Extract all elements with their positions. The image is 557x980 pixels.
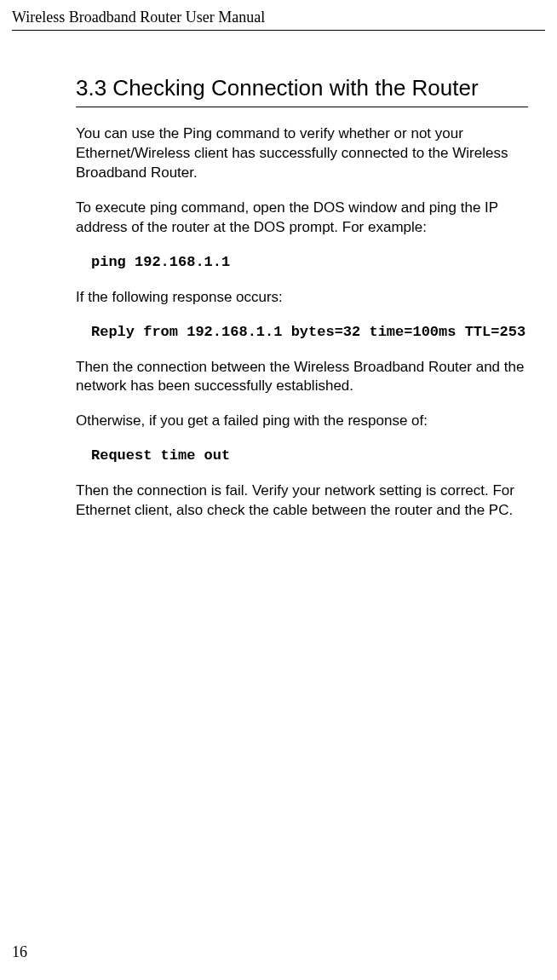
paragraph: Otherwise, if you get a failed ping with… — [76, 412, 528, 431]
paragraph: To execute ping command, open the DOS wi… — [76, 199, 528, 238]
page-content: 3.3 Checking Connection with the Router … — [12, 75, 545, 521]
paragraph: Then the connection is fail. Verify your… — [76, 481, 528, 521]
document-page: Wireless Broadband Router User Manual 3.… — [0, 0, 557, 980]
section-heading: 3.3 Checking Connection with the Router — [76, 75, 528, 107]
running-header: Wireless Broadband Router User Manual — [12, 0, 545, 31]
code-sample: Request time out — [76, 447, 528, 466]
page-number: 16 — [12, 943, 27, 961]
code-sample: Reply from 192.168.1.1 bytes=32 time=100… — [76, 323, 528, 343]
paragraph: You can use the Ping command to verify w… — [76, 124, 528, 183]
paragraph: If the following response occurs: — [76, 288, 528, 308]
code-sample: ping 192.168.1.1 — [76, 253, 528, 273]
paragraph: Then the connection between the Wireless… — [76, 358, 528, 397]
